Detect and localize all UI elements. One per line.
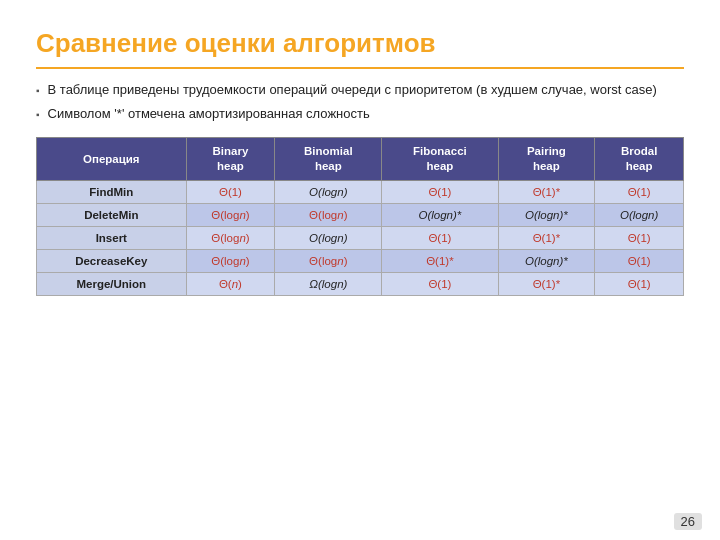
data-cell: O(logn) bbox=[275, 227, 382, 250]
comparison-table: Операция Binaryheap Binomialheap Fibonac… bbox=[36, 137, 684, 296]
col-header-binary: Binaryheap bbox=[186, 138, 275, 181]
data-cell: Θ(1) bbox=[186, 181, 275, 204]
op-cell: FindMin bbox=[37, 181, 187, 204]
table-row: DecreaseKey Θ(logn) Θ(logn) Θ(1)* O(logn… bbox=[37, 250, 684, 273]
data-cell: Θ(logn) bbox=[275, 204, 382, 227]
data-cell: Θ(1) bbox=[595, 227, 684, 250]
table-header-row: Операция Binaryheap Binomialheap Fibonac… bbox=[37, 138, 684, 181]
data-cell: Θ(1)* bbox=[498, 227, 595, 250]
table-row: Merge/Union Θ(n) Ω(logn) Θ(1) Θ(1)* Θ(1) bbox=[37, 273, 684, 296]
bullet-list: ▪ В таблице приведены трудоемкости опера… bbox=[36, 81, 684, 123]
col-header-pairing: Pairingheap bbox=[498, 138, 595, 181]
bullet-text-1: В таблице приведены трудоемкости операци… bbox=[48, 81, 657, 99]
bullet-item-2: ▪ Символом '*' отмечена амортизированная… bbox=[36, 105, 684, 123]
data-cell: Θ(logn) bbox=[275, 250, 382, 273]
op-cell: Merge/Union bbox=[37, 273, 187, 296]
col-header-fibonacci: Fibonacciheap bbox=[382, 138, 498, 181]
data-cell: Θ(logn) bbox=[186, 227, 275, 250]
title-divider bbox=[36, 67, 684, 69]
data-cell: Θ(1)* bbox=[382, 250, 498, 273]
data-cell: Θ(logn) bbox=[186, 204, 275, 227]
op-cell: Insert bbox=[37, 227, 187, 250]
data-cell: O(logn)* bbox=[498, 204, 595, 227]
data-cell: Θ(n) bbox=[186, 273, 275, 296]
data-cell: O(logn) bbox=[595, 204, 684, 227]
op-cell: DeleteMin bbox=[37, 204, 187, 227]
table-row: FindMin Θ(1) O(logn) Θ(1) Θ(1)* Θ(1) bbox=[37, 181, 684, 204]
data-cell: Θ(1) bbox=[382, 181, 498, 204]
data-cell: O(logn)* bbox=[382, 204, 498, 227]
data-cell: Θ(1)* bbox=[498, 181, 595, 204]
op-cell: DecreaseKey bbox=[37, 250, 187, 273]
col-header-brodal: Brodalheap bbox=[595, 138, 684, 181]
data-cell: Θ(1)* bbox=[498, 273, 595, 296]
bullet-text-2: Символом '*' отмечена амортизированная с… bbox=[48, 105, 370, 123]
slide-number: 26 bbox=[674, 513, 702, 530]
data-cell: Θ(logn) bbox=[186, 250, 275, 273]
col-header-binomial: Binomialheap bbox=[275, 138, 382, 181]
table-row: DeleteMin Θ(logn) Θ(logn) O(logn)* O(log… bbox=[37, 204, 684, 227]
bullet-item-1: ▪ В таблице приведены трудоемкости опера… bbox=[36, 81, 684, 99]
data-cell: Ω(logn) bbox=[275, 273, 382, 296]
data-cell: Θ(1) bbox=[595, 250, 684, 273]
data-cell: O(logn)* bbox=[498, 250, 595, 273]
col-header-operation: Операция bbox=[37, 138, 187, 181]
data-cell: Θ(1) bbox=[382, 273, 498, 296]
data-cell: O(logn) bbox=[275, 181, 382, 204]
bullet-marker-2: ▪ bbox=[36, 108, 40, 122]
data-cell: Θ(1) bbox=[382, 227, 498, 250]
table-row: Insert Θ(logn) O(logn) Θ(1) Θ(1)* Θ(1) bbox=[37, 227, 684, 250]
slide: Сравнение оценки алгоритмов ▪ В таблице … bbox=[0, 0, 720, 540]
slide-title: Сравнение оценки алгоритмов bbox=[36, 28, 684, 59]
data-cell: Θ(1) bbox=[595, 181, 684, 204]
data-cell: Θ(1) bbox=[595, 273, 684, 296]
bullet-marker-1: ▪ bbox=[36, 84, 40, 98]
